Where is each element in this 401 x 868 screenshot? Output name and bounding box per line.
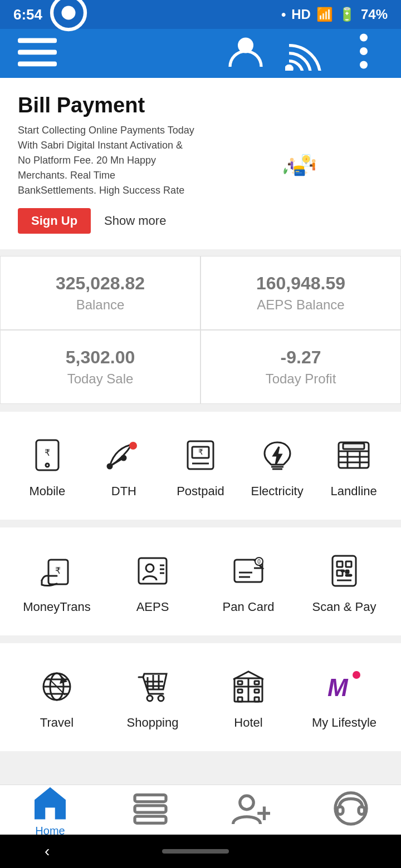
scanpay-icon — [322, 549, 366, 593]
svg-rect-96 — [255, 681, 259, 684]
svg-rect-20 — [305, 162, 307, 164]
svg-rect-36 — [314, 167, 315, 171]
today-sale-cell: 5,302.00 Today Sale — [0, 330, 200, 404]
postpaid-label: Postpaid — [177, 484, 224, 499]
svg-point-7 — [360, 33, 368, 41]
dth-service[interactable]: DTH — [90, 427, 157, 504]
svg-rect-103 — [135, 795, 166, 801]
hotel-service[interactable]: Hotel — [215, 659, 282, 736]
svg-marker-52 — [273, 447, 281, 465]
today-profit-label: Today Profit — [266, 371, 336, 386]
gesture-bar: ‹ — [0, 835, 401, 868]
svg-point-1 — [62, 6, 76, 19]
svg-text:₹: ₹ — [45, 448, 50, 457]
svg-text:₹: ₹ — [55, 566, 61, 575]
status-bar: 6:54 • HD 📶 🔋 74% — [0, 0, 401, 29]
svg-text:M: M — [327, 674, 349, 701]
lifestyle-icon: M — [322, 664, 366, 709]
electricity-label: Electricity — [251, 484, 304, 499]
travel-service[interactable]: Travel — [23, 659, 90, 736]
today-profit-value: -9.27 — [212, 347, 389, 368]
mobile-icon: ₹ — [25, 433, 70, 477]
moneytrans-service[interactable]: ₹ MoneyTrans — [23, 543, 90, 620]
moneytrans-label: MoneyTrans — [23, 600, 90, 614]
svg-rect-17 — [296, 171, 300, 172]
svg-point-102 — [353, 671, 360, 679]
scanpay-service[interactable]: Scan & Pay — [311, 543, 378, 620]
more-options-button[interactable] — [344, 32, 383, 76]
shopping-label: Shopping — [127, 716, 179, 730]
battery-percent: 74% — [361, 7, 388, 22]
signup-button[interactable]: Sign Up — [18, 208, 91, 234]
menu-button[interactable] — [18, 32, 57, 75]
dot-indicator: • — [281, 7, 286, 22]
today-sale-value: 5,302.00 — [12, 347, 189, 368]
electricity-service[interactable]: Electricity — [244, 427, 311, 504]
svg-rect-100 — [255, 697, 259, 702]
svg-rect-98 — [255, 689, 259, 693]
electricity-icon — [255, 433, 300, 477]
nav-home[interactable]: Home — [31, 782, 70, 837]
time-display: 6:54 — [13, 6, 42, 23]
svg-rect-77 — [346, 575, 351, 576]
lifestyle-service[interactable]: M My Lifestyle — [311, 659, 378, 736]
postpaid-service[interactable]: ₹ Postpaid — [167, 427, 234, 504]
svg-rect-111 — [359, 806, 365, 814]
aeps-balance-cell: 160,948.59 AEPS Balance — [200, 256, 401, 330]
balance-value: 325,028.82 — [12, 273, 189, 294]
postpaid-icon: ₹ — [178, 433, 223, 477]
travel-label: Travel — [40, 716, 74, 730]
svg-point-6 — [286, 66, 292, 71]
landline-icon — [331, 433, 376, 477]
nav-home-label: Home — [35, 825, 65, 837]
hotel-label: Hotel — [234, 716, 262, 730]
svg-rect-4 — [18, 61, 57, 66]
landline-label: Landline — [331, 484, 377, 499]
nav-list[interactable] — [131, 789, 170, 831]
svg-point-86 — [158, 696, 164, 701]
pancard-label: Pan Card — [223, 600, 275, 614]
balance-label: Balance — [76, 297, 125, 312]
services-section-3: Travel Shopping — [0, 643, 401, 751]
svg-rect-99 — [238, 697, 242, 702]
svg-rect-35 — [312, 167, 314, 171]
today-sale-label: Today Sale — [67, 371, 134, 386]
svg-rect-104 — [135, 805, 166, 812]
mobile-service[interactable]: ₹ Mobile — [14, 427, 81, 504]
banner-content: Bill Payment Start Collecting Online Pay… — [18, 93, 196, 234]
svg-point-44 — [121, 456, 126, 460]
svg-rect-73 — [337, 561, 343, 567]
aeps-icon — [130, 549, 175, 593]
status-icon — [49, 0, 88, 36]
home-pill[interactable] — [162, 849, 229, 854]
shopping-service[interactable]: Shopping — [119, 659, 186, 736]
lifestyle-label: My Lifestyle — [312, 716, 376, 730]
dth-label: DTH — [111, 484, 136, 499]
dth-icon — [101, 433, 146, 477]
svg-point-9 — [360, 61, 368, 68]
aeps-balance-label: AEPS Balance — [257, 297, 344, 312]
network-type: HD — [291, 7, 311, 22]
nav-add-user[interactable] — [231, 789, 270, 831]
svg-point-40 — [46, 463, 49, 467]
aeps-label: AEPS — [136, 600, 169, 614]
cast-button[interactable] — [285, 32, 324, 76]
aeps-service[interactable]: AEPS — [119, 543, 186, 620]
show-more-link[interactable]: Show more — [104, 214, 166, 228]
pancard-service[interactable]: 0 Pan Card — [215, 543, 282, 620]
svg-point-85 — [147, 696, 153, 701]
svg-rect-2 — [18, 38, 57, 43]
pancard-icon: 0 — [226, 549, 271, 593]
svg-rect-97 — [238, 689, 242, 693]
services-grid-3: Travel Shopping — [9, 659, 392, 736]
battery-icon: 🔋 — [339, 7, 355, 22]
nav-support[interactable] — [331, 789, 370, 831]
services-section-2: ₹ MoneyTrans — [0, 527, 401, 635]
profile-button[interactable] — [226, 32, 265, 76]
svg-rect-110 — [338, 806, 344, 814]
today-profit-cell: -9.27 Today Profit — [200, 330, 401, 404]
balance-cell: 325,028.82 Balance — [0, 256, 200, 330]
back-button[interactable]: ‹ — [45, 842, 50, 860]
signal-icon: 📶 — [316, 7, 333, 22]
landline-service[interactable]: Landline — [320, 427, 387, 504]
